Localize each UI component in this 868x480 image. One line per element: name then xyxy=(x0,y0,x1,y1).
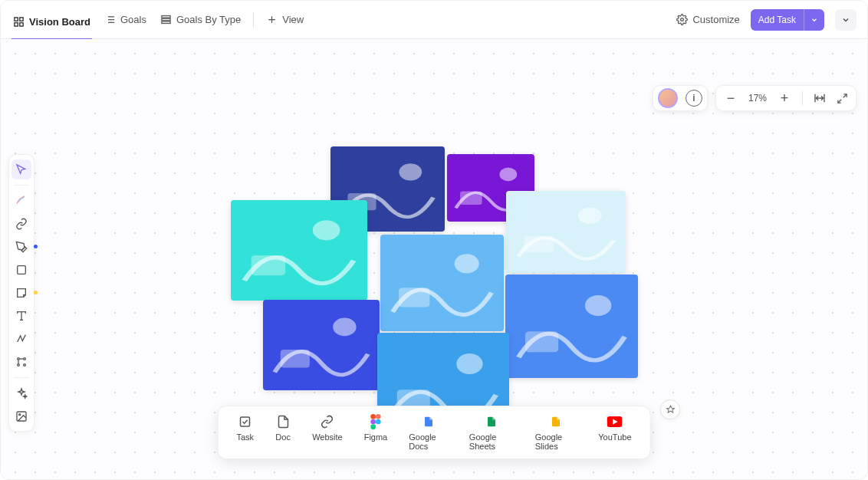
doc-icon xyxy=(275,414,291,429)
svg-rect-1 xyxy=(20,18,23,21)
separator xyxy=(802,91,803,105)
dock-label: Website xyxy=(312,432,343,442)
add-task-button[interactable]: Add Task xyxy=(751,9,824,31)
whiteboard-canvas[interactable]: i − 17% + xyxy=(1,39,867,479)
svg-rect-41 xyxy=(399,288,429,307)
dock-label: Google Slides xyxy=(535,432,577,451)
add-task-label: Add Task xyxy=(751,15,804,25)
dock-google-slides[interactable]: Google Slides xyxy=(535,414,577,451)
highlight-tool[interactable] xyxy=(12,191,31,211)
dock-label: Google Sheets xyxy=(469,432,514,451)
board-card-meditation-rainbow[interactable] xyxy=(380,235,504,331)
insert-dock: Task Doc Website Figma Google Docs Googl… xyxy=(218,406,651,459)
gear-icon xyxy=(676,14,688,25)
svg-rect-39 xyxy=(524,236,554,252)
tab-divider xyxy=(253,12,254,28)
google-slides-icon xyxy=(548,414,564,429)
fullscreen-icon[interactable] xyxy=(837,93,848,104)
customize-button[interactable]: Customize xyxy=(676,14,739,25)
top-tab-bar: Vision Board Goals Goals By Type View Cu… xyxy=(1,1,867,39)
note-color-indicator xyxy=(34,291,38,294)
board-card-laptop-beach[interactable] xyxy=(506,191,626,273)
svg-rect-37 xyxy=(252,255,286,275)
task-icon xyxy=(238,414,253,429)
svg-point-38 xyxy=(578,207,602,223)
dock-google-sheets[interactable]: Google Sheets xyxy=(469,414,514,451)
tab-label: Goals xyxy=(120,14,146,25)
figma-icon xyxy=(368,414,383,429)
tab-vision-board[interactable]: Vision Board xyxy=(12,12,92,40)
user-avatar[interactable] xyxy=(658,88,678,108)
dock-label: Doc xyxy=(275,432,291,442)
board-card-astronaut-books[interactable] xyxy=(263,300,380,390)
svg-point-27 xyxy=(24,364,26,367)
google-sheets-icon xyxy=(484,414,499,429)
tool-rail xyxy=(8,154,35,432)
tab-label: View xyxy=(282,14,304,25)
youtube-icon xyxy=(607,414,623,429)
svg-point-34 xyxy=(499,168,517,182)
tab-label: Goals By Type xyxy=(176,14,241,25)
board-card-kayak-waterfall[interactable] xyxy=(231,200,367,301)
svg-point-40 xyxy=(455,254,479,273)
fit-width-icon[interactable] xyxy=(814,92,826,104)
dock-doc[interactable]: Doc xyxy=(275,414,291,451)
more-menu-button[interactable] xyxy=(835,9,856,31)
dock-youtube[interactable]: YouTube xyxy=(598,414,631,451)
chevron-down-icon xyxy=(810,16,818,24)
image-tool[interactable] xyxy=(12,406,31,426)
add-task-dropdown[interactable] xyxy=(804,9,824,31)
svg-rect-0 xyxy=(15,18,18,21)
dock-google-docs[interactable]: Google Docs xyxy=(409,414,448,451)
dock-label: Google Docs xyxy=(409,432,448,451)
text-tool[interactable] xyxy=(12,306,31,326)
svg-rect-3 xyxy=(20,23,23,26)
svg-point-24 xyxy=(18,358,20,360)
svg-point-46 xyxy=(456,353,482,374)
ai-tool[interactable] xyxy=(12,383,31,403)
pin-dock-button[interactable] xyxy=(660,399,680,419)
svg-point-32 xyxy=(399,163,422,180)
connector-tool[interactable] xyxy=(12,329,31,349)
svg-point-49 xyxy=(370,414,376,419)
link-tool[interactable] xyxy=(12,214,31,234)
svg-rect-11 xyxy=(162,18,170,21)
zoom-in-button[interactable]: + xyxy=(778,91,791,105)
svg-line-20 xyxy=(838,99,841,102)
svg-rect-12 xyxy=(162,21,170,24)
diagram-tool[interactable] xyxy=(12,352,31,372)
tab-goals[interactable]: Goals xyxy=(103,9,148,30)
info-icon[interactable]: i xyxy=(686,90,702,107)
svg-point-44 xyxy=(585,295,612,316)
pen-tool[interactable] xyxy=(12,237,31,257)
svg-rect-2 xyxy=(15,23,18,26)
zoom-level[interactable]: 17% xyxy=(748,93,767,104)
pin-icon xyxy=(666,405,676,415)
svg-rect-45 xyxy=(525,331,558,352)
select-tool[interactable] xyxy=(12,159,31,179)
shape-tool[interactable] xyxy=(12,260,31,280)
dock-website[interactable]: Website xyxy=(312,414,343,451)
svg-point-36 xyxy=(313,220,340,240)
vision-board-cluster[interactable] xyxy=(231,146,645,438)
svg-point-52 xyxy=(376,419,381,425)
svg-rect-35 xyxy=(460,191,482,205)
zoom-out-button[interactable]: − xyxy=(724,91,738,105)
sticky-note-tool[interactable] xyxy=(12,283,31,303)
svg-point-26 xyxy=(18,364,20,367)
svg-point-31 xyxy=(19,414,21,416)
tab-add-view[interactable]: View xyxy=(265,9,305,30)
svg-rect-48 xyxy=(241,417,250,426)
dock-figma[interactable]: Figma xyxy=(364,414,388,451)
svg-point-51 xyxy=(370,419,376,425)
svg-point-53 xyxy=(370,424,376,429)
svg-line-19 xyxy=(843,94,847,97)
tab-goals-by-type[interactable]: Goals By Type xyxy=(159,9,242,30)
chevron-down-icon xyxy=(841,15,850,25)
dock-label: Task xyxy=(237,432,255,442)
svg-point-25 xyxy=(24,358,26,360)
dock-task[interactable]: Task xyxy=(237,414,255,451)
website-icon xyxy=(320,414,335,429)
dock-label: Figma xyxy=(364,432,388,442)
board-card-graduation[interactable] xyxy=(505,275,638,378)
